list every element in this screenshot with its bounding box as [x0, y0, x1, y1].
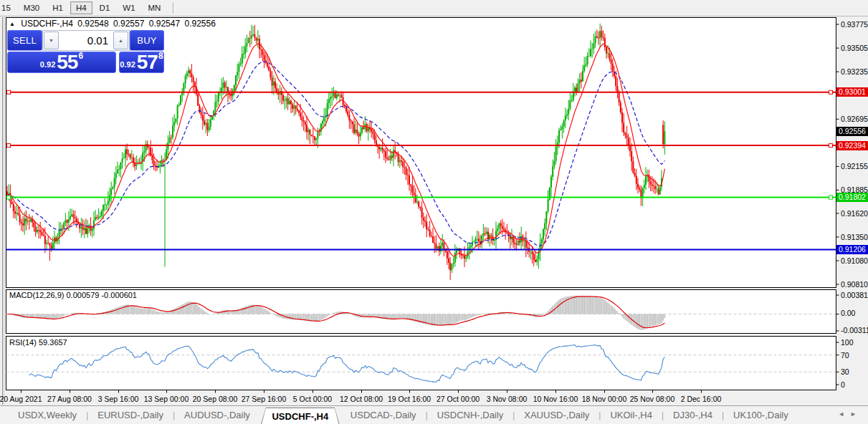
quote-high: 0.92557: [113, 19, 144, 29]
rsi-value: 59.3657: [39, 338, 67, 347]
rsi-tick-label: 70: [841, 351, 849, 360]
price-tick-label: 0.91350: [841, 233, 868, 241]
buy-price-big: 57: [137, 54, 158, 70]
sell-price-pip: 6: [78, 51, 83, 61]
buy-price-pip: 8: [158, 51, 163, 61]
price-tick-label: 0.93775: [841, 20, 868, 29]
level-handle-right[interactable]: [829, 90, 833, 94]
sell-button[interactable]: SELL: [7, 30, 42, 51]
volume-decrease-button[interactable]: ▼: [44, 32, 59, 49]
macd-value-main: 0.000579: [66, 291, 99, 299]
buy-button-label: BUY: [130, 35, 163, 46]
date-tick-label: 12 Oct 08:00: [340, 395, 383, 403]
date-tick-label: 20 Sep 08:00: [193, 395, 237, 403]
chevron-down-icon: ▼: [49, 38, 54, 43]
tab-AUDUSD-,Daily[interactable]: AUDUSD-,Daily: [175, 407, 259, 424]
sell-button-label: SELL: [8, 35, 42, 46]
macd-value-signal: -0.000601: [101, 291, 137, 299]
rsi-tick-label: 100: [841, 338, 854, 347]
sell-price-big: 55: [57, 54, 77, 70]
date-tick-label: 20 Aug 2021: [0, 395, 42, 403]
terminal-window: 15M30H1H4D1W1MN ▲ USDCHF-,H4 0.92548 0.9…: [0, 0, 868, 424]
tab-scroll-right-icon[interactable]: ►: [850, 410, 862, 418]
date-tick-label: 2 Dec 16:00: [681, 395, 722, 403]
tab-USDCHF-,H4[interactable]: USDCHF-,H4: [261, 408, 340, 424]
level-handle-left[interactable]: [7, 90, 11, 94]
tab-USDCAD-,Daily[interactable]: USDCAD-,Daily: [341, 407, 426, 424]
macd-tick-label: -0.003115: [841, 326, 868, 334]
rsi-tick-label: 0: [841, 380, 845, 389]
chart-tabbar: USDX,Weekly|EURUSD-,Daily|AUDUSD-,DailyU…: [0, 405, 868, 424]
rsi-tick-label: 30: [841, 367, 849, 376]
tab-XAUUSD-,Daily[interactable]: XAUUSD-,Daily: [515, 407, 598, 424]
tab-DJ30-,H4[interactable]: DJ30-,H4: [664, 407, 722, 424]
price-badge-0.92556: 0.92556: [836, 127, 868, 136]
macd-label: MACD(12,26,9) 0.000579 -0.000601: [9, 291, 137, 299]
price-badge-0.92394: 0.92394: [836, 141, 868, 150]
level-handle-left[interactable]: [7, 196, 11, 199]
sell-price-int: 0.92: [40, 60, 55, 69]
date-tick-label: 10 Nov 16:00: [533, 395, 578, 403]
price-badge-0.91206: 0.91206: [836, 245, 868, 254]
quote-low: 0.92547: [149, 19, 180, 29]
tab-scroll-arrows: ◄►: [838, 410, 862, 418]
tab-UKOil-,H4[interactable]: UKOil-,H4: [601, 407, 662, 424]
macd-tick-label: 0.003811: [841, 291, 868, 299]
price-tick-label: 0.91620: [841, 209, 868, 218]
price-tick-label: 0.93235: [841, 67, 868, 76]
sell-price-display[interactable]: 0.92 55 6: [7, 52, 116, 73]
price-tick-label: 0.92695: [841, 115, 868, 123]
quote-open: 0.92548: [77, 19, 108, 29]
buy-price-display[interactable]: 0.92 57 8: [119, 52, 164, 73]
collapse-panel-icon[interactable]: ▲: [9, 21, 15, 27]
rsi-label: RSI(14) 59.3657: [9, 338, 67, 347]
date-tick-label: 13 Sep 00:00: [144, 395, 189, 403]
tab-scroll-left-icon[interactable]: ◄: [838, 410, 850, 418]
date-tick-label: 19 Oct 16:00: [388, 395, 431, 403]
date-tick-label: 3 Sep 16:00: [98, 395, 139, 403]
tab-EURUSD-,Daily[interactable]: EURUSD-,Daily: [88, 407, 173, 424]
tab-USDX,Weekly[interactable]: USDX,Weekly: [9, 407, 86, 424]
tab-USDCNH-,Daily[interactable]: USDCNH-,Daily: [428, 407, 512, 424]
date-tick-label: 27 Sep 16:00: [242, 395, 286, 403]
level-handle-right[interactable]: [829, 196, 833, 199]
price-badge-0.91802: 0.91802: [836, 193, 868, 202]
price-tick-label: 0.92155: [841, 162, 868, 170]
level-handle-right[interactable]: [829, 144, 833, 148]
quote-close: 0.92556: [184, 19, 215, 29]
tab-UK100-,Daily[interactable]: UK100-,Daily: [724, 407, 798, 424]
price-tick-label: 0.91080: [841, 256, 868, 265]
macd-tick-label: 0.00: [841, 309, 855, 317]
volume-input[interactable]: [59, 31, 113, 50]
one-click-trade-panel: SELL ▼ ▲ BUY 0.92 55 6 0.92 57 8: [7, 30, 164, 73]
buy-button[interactable]: BUY: [130, 30, 164, 51]
chart-symbol-title: USDCHF-,H4: [21, 19, 73, 29]
level-handle-left[interactable]: [7, 144, 11, 148]
date-tick-label: 5 Oct 00:00: [293, 395, 332, 403]
chevron-up-icon: ▲: [118, 38, 123, 43]
price-tick-label: 0.93505: [841, 44, 868, 52]
date-tick-label: 18 Nov 00:00: [582, 395, 626, 403]
date-tick-label: 3 Nov 08:00: [487, 395, 528, 403]
tab-label: USDCHF-,H4: [262, 408, 339, 424]
price-badge-0.93001: 0.93001: [836, 87, 868, 97]
buy-price-int: 0.92: [120, 60, 135, 69]
date-tick-label: 25 Nov 08:00: [630, 395, 674, 403]
date-tick-label: 27 Oct 00:00: [437, 395, 480, 403]
volume-increase-button[interactable]: ▲: [113, 32, 128, 49]
price-tick-label: 0.90810: [841, 280, 868, 289]
chart-header: ▲ USDCHF-,H4 0.92548 0.92557 0.92547 0.9…: [9, 19, 218, 29]
date-tick-label: 27 Aug 08:00: [47, 395, 92, 403]
volume-spinner: ▼ ▲: [42, 30, 130, 51]
